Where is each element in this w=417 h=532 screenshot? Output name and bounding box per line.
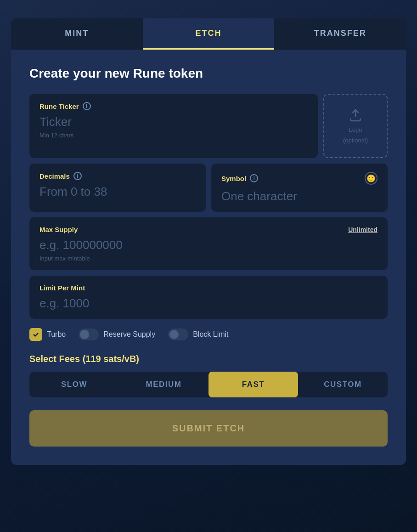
block-limit-checkbox[interactable]: Block Limit <box>168 328 228 340</box>
reserve-supply-label: Reserve Supply <box>103 330 155 339</box>
submit-etch-button[interactable]: SUBMIT ETCH <box>29 410 388 447</box>
decimals-input[interactable]: From 0 to 38 <box>39 185 196 199</box>
decimals-info-icon[interactable]: i <box>73 172 82 180</box>
upload-icon <box>348 108 363 123</box>
tab-transfer[interactable]: TRANSFER <box>274 18 406 50</box>
reserve-supply-checkbox[interactable]: Reserve Supply <box>79 328 155 340</box>
checkmark-icon <box>32 331 39 338</box>
block-limit-label: Block Limit <box>193 330 228 339</box>
fee-tab-custom[interactable]: CUSTOM <box>298 372 388 397</box>
symbol-label-row: Symbol i 🙂 <box>221 172 378 185</box>
fees-label: Select Fees (119 sats/vB) <box>29 354 388 364</box>
main-container: MINT ETCH TRANSFER Create your new Rune … <box>11 18 406 514</box>
block-limit-toggle[interactable] <box>168 328 188 340</box>
limit-per-mint-field: Limit Per Mint e.g. 1000 <box>29 276 388 319</box>
page-title: Create your new Rune token <box>29 66 388 81</box>
emoji-picker-icon[interactable]: 🙂 <box>365 172 378 185</box>
max-supply-input[interactable]: e.g. 100000000 <box>39 238 378 252</box>
rune-ticker-field: Rune Ticker i Ticker Min 12 chars <box>29 94 318 158</box>
tab-mint[interactable]: MINT <box>11 18 143 50</box>
turbo-check-icon <box>29 328 42 341</box>
form-card: Create your new Rune token Rune Ticker i… <box>11 50 406 465</box>
logo-upload-button[interactable]: Logo (optional) <box>323 94 388 158</box>
unlimited-button[interactable]: Unlimited <box>348 226 378 233</box>
tab-etch[interactable]: ETCH <box>143 18 275 50</box>
decimals-symbol-row: Decimals i From 0 to 38 Symbol i 🙂 One c… <box>29 164 388 212</box>
rune-ticker-label: Rune Ticker i <box>39 102 308 110</box>
symbol-input[interactable]: One character <box>221 189 378 204</box>
symbol-field: Symbol i 🙂 One character <box>211 164 388 212</box>
turbo-label: Turbo <box>47 330 66 339</box>
decimals-label: Decimals i <box>39 172 196 180</box>
fee-tab-slow[interactable]: SLOW <box>29 372 119 397</box>
turbo-checkbox[interactable]: Turbo <box>29 328 66 341</box>
fees-tab-bar: SLOW MEDIUM FAST CUSTOM <box>29 372 388 397</box>
checkbox-row: Turbo Reserve Supply Block Limit <box>29 328 388 341</box>
decimals-field: Decimals i From 0 to 38 <box>29 164 206 212</box>
fee-tab-fast[interactable]: FAST <box>208 372 298 397</box>
tab-bar: MINT ETCH TRANSFER <box>11 18 406 50</box>
limit-per-mint-input[interactable]: e.g. 1000 <box>39 296 378 311</box>
fee-tab-medium[interactable]: MEDIUM <box>119 372 208 397</box>
reserve-supply-toggle[interactable] <box>79 328 99 340</box>
ticker-logo-row: Rune Ticker i Ticker Min 12 chars Logo (… <box>29 94 388 158</box>
limit-per-mint-label: Limit Per Mint <box>39 284 378 292</box>
symbol-info-icon[interactable]: i <box>250 174 258 182</box>
logo-label-line1: Logo <box>349 126 362 133</box>
max-supply-hint: Input max mintable <box>39 255 378 262</box>
max-supply-field: Max Supply Unlimited e.g. 100000000 Inpu… <box>29 217 388 270</box>
rune-ticker-info-icon[interactable]: i <box>83 102 91 110</box>
rune-ticker-input[interactable]: Ticker <box>39 115 308 129</box>
logo-label-line2: (optional) <box>343 137 368 144</box>
max-supply-label-row: Max Supply Unlimited <box>39 226 378 233</box>
rune-ticker-hint: Min 12 chars <box>39 132 308 139</box>
